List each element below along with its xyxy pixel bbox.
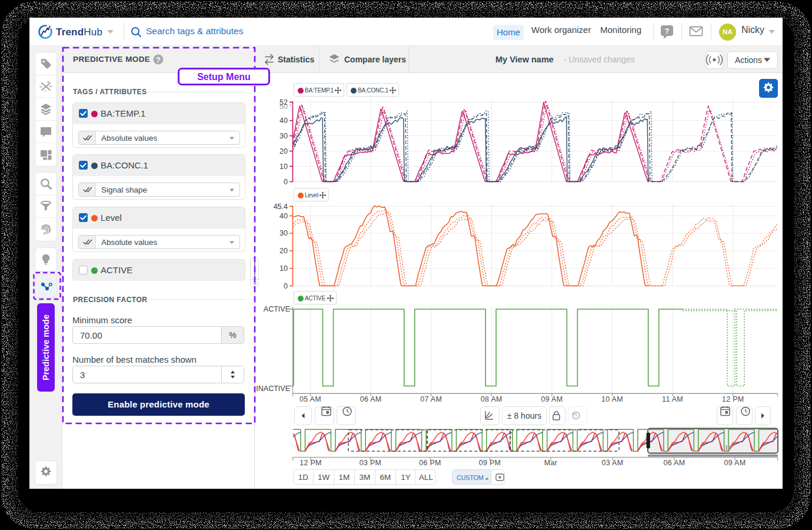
svg-text:12 PM: 12 PM [722,395,744,403]
svg-text:11 AM: 11 AM [662,395,683,403]
svg-text:08 AM: 08 AM [481,395,502,403]
svg-text:10 AM: 10 AM [601,395,623,403]
svg-text:05 AM: 05 AM [299,395,321,403]
svg-text:40: 40 [279,212,288,220]
svg-text:10: 10 [279,264,288,273]
svg-text:−: − [44,88,47,93]
svg-text:÷: ÷ [39,84,42,90]
svg-text:50: 50 [279,102,288,111]
svg-text:30: 30 [279,132,288,140]
svg-text:40: 40 [279,117,288,125]
svg-text:ACTIVE: ACTIVE [264,305,290,313]
svg-text:09 PM: 09 PM [479,459,501,467]
svg-text:10: 10 [279,163,288,171]
svg-text:06 AM: 06 AM [664,459,685,467]
svg-text:INACTIVE: INACTIVE [256,385,290,393]
svg-text:Mar: Mar [544,459,557,467]
svg-text:20: 20 [279,247,288,255]
svg-text:03 AM: 03 AM [602,459,624,467]
svg-text:07 AM: 07 AM [420,395,442,403]
svg-text:0: 0 [284,178,288,186]
svg-text:0: 0 [284,282,288,290]
svg-text:03 PM: 03 PM [360,459,382,467]
svg-text:06 PM: 06 PM [419,459,441,467]
svg-text:06 AM: 06 AM [360,395,382,403]
svg-text:09 AM: 09 AM [541,395,563,403]
svg-text:30: 30 [279,229,288,237]
svg-text:45.4: 45.4 [274,203,288,211]
svg-text:20: 20 [279,147,288,155]
svg-text:12 PM: 12 PM [299,459,322,467]
svg-text:×: × [49,84,52,88]
svg-text:09 AM: 09 AM [724,459,746,467]
